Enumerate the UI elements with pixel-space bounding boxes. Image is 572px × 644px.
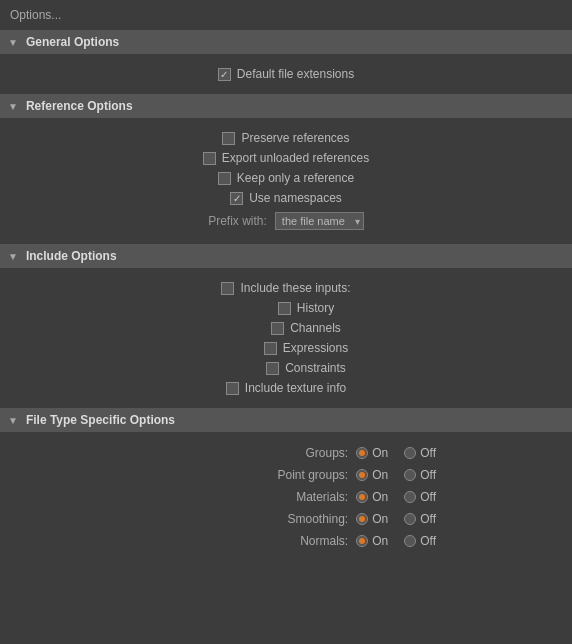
radio-text-point-groups-off: Off — [420, 468, 436, 482]
option-row-export-unloaded: Export unloaded references — [0, 148, 572, 168]
prefix-row: Prefix with: the file name the file path — [0, 208, 572, 234]
radio-group-normals: Normals: On Off — [0, 530, 572, 552]
option-row-constraints: Constraints — [226, 358, 346, 378]
checkbox-preserve-refs[interactable] — [222, 132, 235, 145]
radio-text-groups-on: On — [372, 446, 388, 460]
checkbox-include-inputs[interactable] — [221, 282, 234, 295]
radio-materials-off[interactable] — [404, 491, 416, 503]
prefix-select-wrapper: the file name the file path — [275, 212, 364, 230]
checkbox-channels[interactable] — [271, 322, 284, 335]
section-filetype: ▼ File Type Specific Options Groups: On … — [0, 408, 572, 562]
section-general-header[interactable]: ▼ General Options — [0, 30, 572, 54]
section-reference-header[interactable]: ▼ Reference Options — [0, 94, 572, 118]
title-bar: Options... — [0, 0, 572, 30]
section-include-body: Include these inputs: History Channels — [0, 268, 572, 408]
radio-label-point-groups: Point groups: — [248, 468, 348, 482]
checkbox-wrapper-export-unloaded: Export unloaded references — [203, 151, 369, 165]
label-history: History — [297, 301, 334, 315]
radio-label-normals: Normals: — [248, 534, 348, 548]
collapse-arrow-include: ▼ — [8, 251, 18, 262]
label-export-unloaded: Export unloaded references — [222, 151, 369, 165]
section-reference: ▼ Reference Options Preserve references … — [0, 94, 572, 244]
radio-text-groups-off: Off — [420, 446, 436, 460]
option-row-expressions: Expressions — [224, 338, 348, 358]
label-keep-only-ref: Keep only a reference — [237, 171, 354, 185]
include-children: History Channels Expressions Constraints — [0, 298, 572, 378]
checkbox-default-file-ext[interactable] — [218, 68, 231, 81]
checkbox-wrapper-include-texture: Include texture info — [226, 381, 346, 395]
checkbox-wrapper-preserve-refs: Preserve references — [222, 131, 349, 145]
section-include-header[interactable]: ▼ Include Options — [0, 244, 572, 268]
radio-option-smoothing-off: Off — [404, 512, 436, 526]
radio-option-groups-off: Off — [404, 446, 436, 460]
collapse-arrow-general: ▼ — [8, 37, 18, 48]
radio-group-materials: Materials: On Off — [0, 486, 572, 508]
checkbox-constraints[interactable] — [266, 362, 279, 375]
collapse-arrow-filetype: ▼ — [8, 415, 18, 426]
page-title: Options... — [10, 8, 61, 22]
section-general-label: General Options — [26, 35, 119, 49]
checkbox-include-texture[interactable] — [226, 382, 239, 395]
option-row-keep-only-ref: Keep only a reference — [0, 168, 572, 188]
radio-materials-on[interactable] — [356, 491, 368, 503]
radio-text-normals-off: Off — [420, 534, 436, 548]
checkbox-wrapper-constraints: Constraints — [266, 361, 346, 375]
radio-label-materials: Materials: — [248, 490, 348, 504]
radio-option-normals-on: On — [356, 534, 388, 548]
option-row-preserve-refs: Preserve references — [0, 128, 572, 148]
section-filetype-label: File Type Specific Options — [26, 413, 175, 427]
radio-point-groups-on[interactable] — [356, 469, 368, 481]
label-include-inputs: Include these inputs: — [240, 281, 350, 295]
prefix-select[interactable]: the file name the file path — [275, 212, 364, 230]
radio-smoothing-on[interactable] — [356, 513, 368, 525]
checkbox-history[interactable] — [278, 302, 291, 315]
radio-option-normals-off: Off — [404, 534, 436, 548]
label-constraints: Constraints — [285, 361, 346, 375]
label-include-texture: Include texture info — [245, 381, 346, 395]
radio-label-smoothing: Smoothing: — [248, 512, 348, 526]
label-channels: Channels — [290, 321, 341, 335]
checkbox-export-unloaded[interactable] — [203, 152, 216, 165]
option-row-history: History — [238, 298, 334, 318]
radio-text-smoothing-off: Off — [420, 512, 436, 526]
radio-option-materials-on: On — [356, 490, 388, 504]
radio-groups-off[interactable] — [404, 447, 416, 459]
radio-normals-off[interactable] — [404, 535, 416, 547]
label-expressions: Expressions — [283, 341, 348, 355]
label-use-namespaces: Use namespaces — [249, 191, 342, 205]
checkbox-wrapper-include-inputs: Include these inputs: — [221, 281, 350, 295]
section-general: ▼ General Options Default file extension… — [0, 30, 572, 94]
checkbox-wrapper-use-namespaces: Use namespaces — [230, 191, 342, 205]
option-row-use-namespaces: Use namespaces — [0, 188, 572, 208]
radio-option-point-groups-off: Off — [404, 468, 436, 482]
label-preserve-refs: Preserve references — [241, 131, 349, 145]
option-row-channels: Channels — [231, 318, 341, 338]
collapse-arrow-reference: ▼ — [8, 101, 18, 112]
section-filetype-header[interactable]: ▼ File Type Specific Options — [0, 408, 572, 432]
radio-option-smoothing-on: On — [356, 512, 388, 526]
checkbox-wrapper-keep-only-ref: Keep only a reference — [218, 171, 354, 185]
radio-text-smoothing-on: On — [372, 512, 388, 526]
radio-option-groups-on: On — [356, 446, 388, 460]
radio-point-groups-off[interactable] — [404, 469, 416, 481]
radio-text-normals-on: On — [372, 534, 388, 548]
checkbox-keep-only-ref[interactable] — [218, 172, 231, 185]
prefix-label: Prefix with: — [208, 214, 267, 228]
checkbox-use-namespaces[interactable] — [230, 192, 243, 205]
checkbox-expressions[interactable] — [264, 342, 277, 355]
checkbox-wrapper-expressions: Expressions — [264, 341, 348, 355]
radio-label-groups: Groups: — [248, 446, 348, 460]
radio-text-materials-on: On — [372, 490, 388, 504]
section-general-body: Default file extensions — [0, 54, 572, 94]
section-include: ▼ Include Options Include these inputs: … — [0, 244, 572, 408]
section-filetype-body: Groups: On Off Point groups: On Off — [0, 432, 572, 562]
radio-normals-on[interactable] — [356, 535, 368, 547]
radio-smoothing-off[interactable] — [404, 513, 416, 525]
section-reference-label: Reference Options — [26, 99, 133, 113]
radio-group-point-groups: Point groups: On Off — [0, 464, 572, 486]
radio-text-point-groups-on: On — [372, 468, 388, 482]
section-include-label: Include Options — [26, 249, 117, 263]
option-row-include-texture: Include texture info — [0, 378, 572, 398]
radio-groups-on[interactable] — [356, 447, 368, 459]
checkbox-wrapper-default-file-ext: Default file extensions — [218, 67, 354, 81]
